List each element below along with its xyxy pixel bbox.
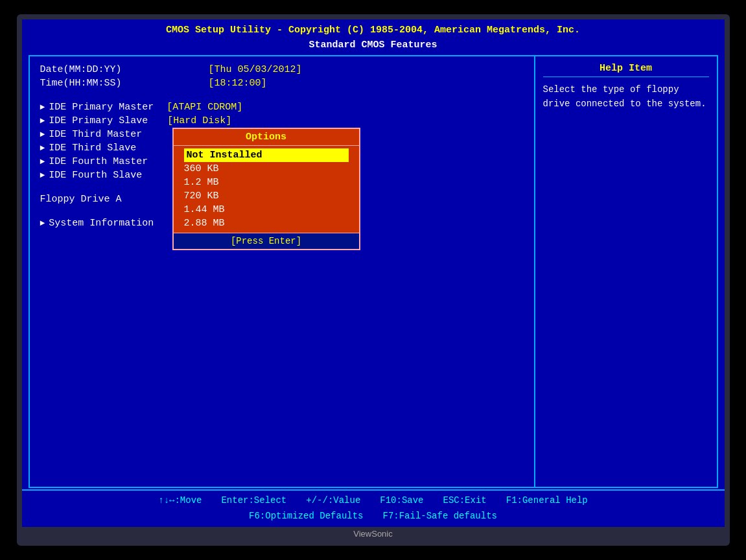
date-value[interactable]: [Thu 05/03/2012] [209,64,302,75]
option-not-installed[interactable]: Not Installed [184,148,349,162]
hint-value: +/-/:Value [306,493,360,509]
brand-bar: ViewSonic [22,527,725,541]
ide-fourth-master-label: IDE Fourth Master [49,156,148,167]
ide-third-slave-label: IDE Third Slave [49,143,136,154]
ide-primary-slave-row[interactable]: ► IDE Primary Slave [Hard Disk] [40,115,524,126]
main-area: Date(MM:DD:YY) [Thu 05/03/2012] Time(HH:… [29,55,718,488]
press-enter: [Press Enter] [174,233,359,249]
shortcut-line-2: F6:Optimized Defaults F7:Fail-Safe defau… [35,509,712,524]
hint-move: ↑↓↔:Move [158,493,202,509]
bios-screen: CMOS Setup Utility - Copyright (C) 1985-… [22,19,725,527]
time-value[interactable]: [18:12:00] [209,78,267,89]
monitor-bezel: CMOS Setup Utility - Copyright (C) 1985-… [17,14,730,546]
arrow-icon: ► [40,116,45,126]
system-info-label: System Information [49,218,154,229]
hint-save: F10:Save [380,493,423,509]
arrow-icon: ► [40,170,45,180]
hint-f7: F7:Fail-Safe defaults [383,509,497,524]
options-title: Options [174,129,359,146]
hint-f6: F6:Optimized Defaults [249,509,363,524]
option-720kb[interactable]: 720 KB [184,189,349,203]
option-2-88mb[interactable]: 2.88 MB [184,216,349,230]
ide-primary-master-label: IDE Primary Master [49,102,154,113]
ide-primary-slave-value: [Hard Disk] [167,115,231,126]
brand-name: ViewSonic [353,529,392,539]
arrow-icon: ► [40,130,45,139]
help-title: Help Item [543,63,709,77]
option-360kb[interactable]: 360 KB [184,162,349,176]
option-1-44mb[interactable]: 1.44 MB [184,203,349,216]
options-list: Not Installed 360 KB 1.2 MB 720 KB 1.44 … [174,146,359,233]
shortcut-line-1: ↑↓↔:Move Enter:Select +/-/:Value F10:Sav… [35,493,712,509]
arrow-icon: ► [40,102,45,112]
arrow-icon: ► [40,218,45,228]
ide-primary-master-row[interactable]: ► IDE Primary Master [ATAPI CDROM] [40,102,524,113]
left-panel: Date(MM:DD:YY) [Thu 05/03/2012] Time(HH:… [30,56,535,487]
help-text: Select the type of floppy drive connecte… [543,82,709,111]
header-bar: CMOS Setup Utility - Copyright (C) 1985-… [22,19,725,54]
ide-primary-master-value: [ATAPI CDROM] [167,102,242,113]
arrow-icon: ► [40,143,45,153]
right-panel: Help Item Select the type of floppy driv… [535,56,717,487]
time-row: Time(HH:MM:SS) [18:12:00] [40,78,524,89]
option-1-2mb[interactable]: 1.2 MB [184,176,349,189]
hint-select: Enter:Select [221,493,286,509]
ide-fourth-slave-label: IDE Fourth Slave [49,170,142,181]
bios-title: CMOS Setup Utility - Copyright (C) 1985-… [22,23,725,38]
time-label: Time(HH:MM:SS) [40,78,209,89]
bios-subtitle: Standard CMOS Features [22,38,725,53]
hint-help: F1:General Help [506,493,588,509]
ide-third-master-label: IDE Third Master [49,129,142,140]
hint-exit: ESC:Exit [443,493,487,509]
arrow-icon: ► [40,157,45,167]
bottom-bar: ↑↓↔:Move Enter:Select +/-/:Value F10:Sav… [22,489,725,527]
date-label: Date(MM:DD:YY) [40,64,209,75]
options-popup[interactable]: Options Not Installed 360 KB 1.2 MB 720 … [172,128,360,250]
ide-primary-slave-label: IDE Primary Slave [49,115,148,126]
date-row: Date(MM:DD:YY) [Thu 05/03/2012] [40,64,524,75]
